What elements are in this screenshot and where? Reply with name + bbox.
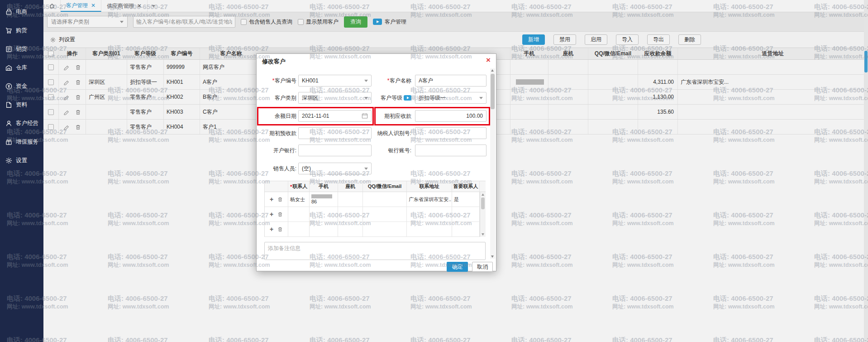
contact-primary: 是 [452,192,480,207]
confirm-button[interactable]: 确定 [447,262,468,272]
trash-icon[interactable] [277,226,283,232]
form-row: 客户类别 深圳区 客户等级 折扣等级一 [258,92,491,104]
customer-name-label: *客户名称 [376,75,411,87]
contact-mobile: 86 [310,192,338,207]
customer-code-value: KH001 [302,77,319,84]
form-row: 余额日期 2021-11-01 期初应收款 100.00 [258,110,491,122]
salesperson-label: 销售人员: [258,163,296,174]
add-contact-icon[interactable]: + [270,211,273,217]
customer-category-value: 深圳区 [302,94,318,102]
contact-row: + [265,207,486,222]
bank-account-label: 银行账号: [376,145,411,156]
contact-col-mobile: 手机 [310,181,338,192]
contact-landline [338,192,363,207]
contact-primary [452,207,480,222]
contacts-header: *联系人 手机 座机 QQ/微信/Email 联系地址 首要联系人 [265,181,486,192]
contact-address: 广东省深圳市宝安.. [407,192,452,207]
customer-name-input[interactable] [415,75,486,87]
remark-textarea[interactable] [264,242,486,260]
add-contact-icon[interactable]: + [270,226,273,232]
contact-mobile-partial: 86 [311,199,317,204]
form-row: *客户编号 KH001 *客户名称 [258,75,491,87]
initial-prepaid-input[interactable] [298,127,372,139]
initial-receivable-value: 100.00 [466,113,483,119]
contact-row: + [265,222,486,237]
chevron-down-icon [364,80,368,82]
contacts-scrollbar[interactable] [480,192,486,237]
salesperson-value: (空) [302,165,311,173]
contact-name [288,222,310,236]
redacted-mobile-block [311,194,332,198]
contact-mobile [310,222,338,236]
bank-account-input[interactable] [415,145,486,156]
contact-name: 杨女士 [288,192,310,207]
customer-code-select[interactable]: KH001 [298,75,372,87]
modal-scrollbar[interactable] [490,68,495,259]
contact-col-qq: QQ/微信/Email [363,181,407,192]
customer-category-label: 客户类别 [258,92,296,104]
scroll-down-icon[interactable] [491,255,494,258]
cancel-button[interactable]: 取消 [472,262,493,272]
contact-qq [363,222,407,236]
contact-col-address: 联系地址 [407,181,452,192]
contact-qq [363,207,407,222]
contact-col-landline: 座机 [338,181,363,192]
contact-primary [452,222,480,236]
chevron-down-icon [364,97,368,99]
contact-row: + 杨女士 86 广东省深圳市宝安.. 是 [265,192,486,207]
scroll-down-icon[interactable] [482,233,484,236]
customer-grade-select[interactable]: 折扣等级一 [415,92,486,104]
customer-grade-value: 折扣等级一 [419,94,446,102]
contact-landline [338,222,363,236]
contact-col-name: *联系人 [288,181,310,192]
contacts-table: *联系人 手机 座机 QQ/微信/Email 联系地址 首要联系人 + 杨女士 … [264,181,486,237]
modal-scrollbar-thumb[interactable] [491,74,495,109]
scroll-up-icon[interactable] [482,193,484,196]
balance-date-value: 2021-11-01 [302,113,329,119]
form-row: 开户银行: 银行账号: [258,145,491,156]
contact-address [407,222,452,236]
video-play-icon[interactable] [404,95,411,101]
app-window: 电商 购货 销货 仓库 资金 资料 客户经营 增值服务 [0,0,868,342]
balance-date-label: 余额日期 [258,110,296,122]
initial-receivable-label: 期初应收款 [376,110,411,122]
initial-prepaid-label: 期初预收款 [258,127,296,139]
chevron-down-icon [479,97,483,99]
modal-title: 修改客户 [262,58,286,66]
customer-category-select[interactable]: 深圳区 [298,92,372,104]
form-row: 销售人员: (空) [258,163,491,174]
contact-qq [363,192,407,207]
bank-label: 开户银行: [258,145,296,156]
balance-date-input[interactable]: 2021-11-01 [298,110,372,122]
chevron-down-icon [364,168,368,170]
scroll-up-icon[interactable] [491,69,494,72]
trash-icon[interactable] [277,212,283,217]
tax-id-input[interactable] [415,127,486,139]
customer-code-label: *客户编号 [258,75,296,87]
edit-customer-modal: 修改客户 × *客户编号 KH001 *客户名称 客户类别 深圳区 客户等级 折… [256,53,496,271]
bank-input[interactable] [298,145,372,156]
trash-icon[interactable] [277,197,283,202]
contact-col-primary: 首要联系人 [452,181,480,192]
contacts-scrollbar-thumb[interactable] [481,197,485,209]
contact-col-actions [265,181,288,192]
contact-landline [338,207,363,222]
contact-mobile [310,207,338,222]
form-row: 期初预收款 纳税人识别号: [258,127,491,139]
initial-receivable-input[interactable]: 100.00 [415,110,486,122]
calendar-icon[interactable] [362,113,368,119]
customer-grade-label: 客户等级 [368,92,411,104]
modal-close-icon[interactable]: × [486,56,491,65]
tax-id-label: 纳税人识别号: [372,127,411,139]
salesperson-select[interactable]: (空) [298,163,372,174]
contact-address [407,207,452,222]
add-contact-icon[interactable]: + [270,196,273,202]
contact-name [288,207,310,222]
